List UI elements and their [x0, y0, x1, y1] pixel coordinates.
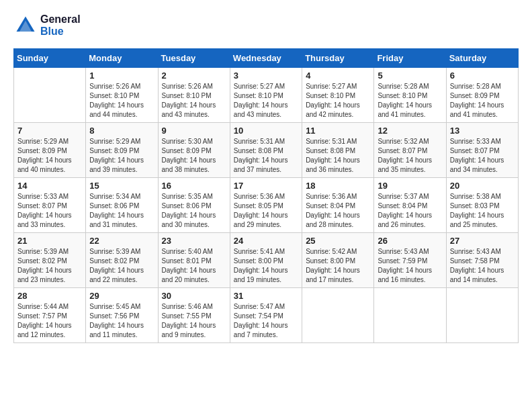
day-info: Sunrise: 5:43 AMSunset: 7:59 PMDaylight:… — [378, 247, 442, 285]
day-number: 28 — [17, 291, 82, 301]
calendar-cell: 4Sunrise: 5:27 AMSunset: 8:10 PMDaylight… — [302, 68, 374, 123]
day-number: 29 — [89, 291, 154, 301]
calendar-cell: 16Sunrise: 5:35 AMSunset: 8:06 PMDayligh… — [158, 178, 230, 233]
day-info: Sunrise: 5:34 AMSunset: 8:06 PMDaylight:… — [89, 192, 154, 230]
day-info: Sunrise: 5:31 AMSunset: 8:08 PMDaylight:… — [234, 137, 298, 175]
day-number: 20 — [450, 181, 515, 191]
calendar-cell: 12Sunrise: 5:32 AMSunset: 8:07 PMDayligh… — [374, 123, 446, 178]
calendar-week-row: 1Sunrise: 5:26 AMSunset: 8:10 PMDaylight… — [14, 68, 519, 123]
day-info: Sunrise: 5:36 AMSunset: 8:05 PMDaylight:… — [234, 192, 298, 230]
calendar-cell: 11Sunrise: 5:31 AMSunset: 8:08 PMDayligh… — [302, 123, 374, 178]
calendar-cell — [446, 288, 518, 343]
day-number: 4 — [306, 71, 370, 81]
day-number: 17 — [234, 181, 298, 191]
day-info: Sunrise: 5:30 AMSunset: 8:09 PMDaylight:… — [162, 137, 226, 175]
calendar-cell: 30Sunrise: 5:46 AMSunset: 7:55 PMDayligh… — [158, 288, 230, 343]
weekday-header-cell: Monday — [86, 49, 158, 68]
calendar-week-row: 21Sunrise: 5:39 AMSunset: 8:02 PMDayligh… — [14, 233, 519, 288]
calendar-body: 1Sunrise: 5:26 AMSunset: 8:10 PMDaylight… — [14, 68, 519, 343]
day-number: 1 — [89, 71, 154, 81]
day-number: 8 — [89, 126, 154, 136]
day-info: Sunrise: 5:36 AMSunset: 8:04 PMDaylight:… — [306, 192, 370, 230]
day-number: 23 — [162, 236, 226, 246]
calendar-cell: 6Sunrise: 5:28 AMSunset: 8:09 PMDaylight… — [446, 68, 518, 123]
calendar-cell: 7Sunrise: 5:29 AMSunset: 8:09 PMDaylight… — [14, 123, 86, 178]
day-info: Sunrise: 5:29 AMSunset: 8:09 PMDaylight:… — [17, 137, 82, 175]
calendar-cell: 2Sunrise: 5:26 AMSunset: 8:10 PMDaylight… — [158, 68, 230, 123]
day-number: 15 — [89, 181, 154, 191]
calendar-cell: 23Sunrise: 5:40 AMSunset: 8:01 PMDayligh… — [158, 233, 230, 288]
calendar-table: SundayMondayTuesdayWednesdayThursdayFrid… — [13, 48, 519, 343]
calendar-cell: 31Sunrise: 5:47 AMSunset: 7:54 PMDayligh… — [230, 288, 302, 343]
day-info: Sunrise: 5:33 AMSunset: 8:07 PMDaylight:… — [17, 192, 82, 230]
calendar-cell: 17Sunrise: 5:36 AMSunset: 8:05 PMDayligh… — [230, 178, 302, 233]
logo-icon — [13, 13, 38, 38]
day-number: 11 — [306, 126, 370, 136]
day-info: Sunrise: 5:29 AMSunset: 8:09 PMDaylight:… — [89, 137, 154, 175]
weekday-header-cell: Saturday — [446, 49, 518, 68]
calendar-cell: 25Sunrise: 5:42 AMSunset: 8:00 PMDayligh… — [302, 233, 374, 288]
day-number: 5 — [378, 71, 442, 81]
day-info: Sunrise: 5:32 AMSunset: 8:07 PMDaylight:… — [378, 137, 442, 175]
calendar-cell: 13Sunrise: 5:33 AMSunset: 8:07 PMDayligh… — [446, 123, 518, 178]
calendar-cell: 29Sunrise: 5:45 AMSunset: 7:56 PMDayligh… — [86, 288, 158, 343]
day-info: Sunrise: 5:39 AMSunset: 8:02 PMDaylight:… — [17, 247, 82, 285]
weekday-header-row: SundayMondayTuesdayWednesdayThursdayFrid… — [14, 49, 519, 68]
day-info: Sunrise: 5:28 AMSunset: 8:10 PMDaylight:… — [378, 82, 442, 120]
day-number: 27 — [450, 236, 515, 246]
calendar-cell: 22Sunrise: 5:39 AMSunset: 8:02 PMDayligh… — [86, 233, 158, 288]
calendar-week-row: 14Sunrise: 5:33 AMSunset: 8:07 PMDayligh… — [14, 178, 519, 233]
day-info: Sunrise: 5:43 AMSunset: 7:58 PMDaylight:… — [450, 247, 515, 285]
weekday-header-cell: Tuesday — [158, 49, 230, 68]
calendar-cell: 8Sunrise: 5:29 AMSunset: 8:09 PMDaylight… — [86, 123, 158, 178]
logo: General Blue — [13, 13, 81, 38]
weekday-header-cell: Wednesday — [230, 49, 302, 68]
day-info: Sunrise: 5:26 AMSunset: 8:10 PMDaylight:… — [162, 82, 226, 120]
calendar-cell — [374, 288, 446, 343]
calendar-cell: 19Sunrise: 5:37 AMSunset: 8:04 PMDayligh… — [374, 178, 446, 233]
calendar-cell: 15Sunrise: 5:34 AMSunset: 8:06 PMDayligh… — [86, 178, 158, 233]
day-info: Sunrise: 5:42 AMSunset: 8:00 PMDaylight:… — [306, 247, 370, 285]
day-number: 6 — [450, 71, 515, 81]
day-info: Sunrise: 5:27 AMSunset: 8:10 PMDaylight:… — [306, 82, 370, 120]
calendar-cell: 9Sunrise: 5:30 AMSunset: 8:09 PMDaylight… — [158, 123, 230, 178]
day-info: Sunrise: 5:41 AMSunset: 8:00 PMDaylight:… — [234, 247, 298, 285]
calendar-week-row: 7Sunrise: 5:29 AMSunset: 8:09 PMDaylight… — [14, 123, 519, 178]
day-info: Sunrise: 5:40 AMSunset: 8:01 PMDaylight:… — [162, 247, 226, 285]
weekday-header-cell: Friday — [374, 49, 446, 68]
day-info: Sunrise: 5:45 AMSunset: 7:56 PMDaylight:… — [89, 302, 154, 340]
page-header: General Blue — [13, 13, 519, 38]
day-number: 7 — [17, 126, 82, 136]
day-info: Sunrise: 5:26 AMSunset: 8:10 PMDaylight:… — [89, 82, 154, 120]
calendar-cell: 24Sunrise: 5:41 AMSunset: 8:00 PMDayligh… — [230, 233, 302, 288]
day-number: 30 — [162, 291, 226, 301]
day-number: 2 — [162, 71, 226, 81]
day-number: 18 — [306, 181, 370, 191]
day-number: 24 — [234, 236, 298, 246]
day-number: 14 — [17, 181, 82, 191]
day-number: 21 — [17, 236, 82, 246]
day-info: Sunrise: 5:38 AMSunset: 8:03 PMDaylight:… — [450, 192, 515, 230]
calendar-cell: 3Sunrise: 5:27 AMSunset: 8:10 PMDaylight… — [230, 68, 302, 123]
day-info: Sunrise: 5:37 AMSunset: 8:04 PMDaylight:… — [378, 192, 442, 230]
calendar-cell: 14Sunrise: 5:33 AMSunset: 8:07 PMDayligh… — [14, 178, 86, 233]
calendar-cell: 1Sunrise: 5:26 AMSunset: 8:10 PMDaylight… — [86, 68, 158, 123]
day-info: Sunrise: 5:39 AMSunset: 8:02 PMDaylight:… — [89, 247, 154, 285]
calendar-cell: 10Sunrise: 5:31 AMSunset: 8:08 PMDayligh… — [230, 123, 302, 178]
day-info: Sunrise: 5:31 AMSunset: 8:08 PMDaylight:… — [306, 137, 370, 175]
day-info: Sunrise: 5:35 AMSunset: 8:06 PMDaylight:… — [162, 192, 226, 230]
calendar-cell: 20Sunrise: 5:38 AMSunset: 8:03 PMDayligh… — [446, 178, 518, 233]
day-info: Sunrise: 5:47 AMSunset: 7:54 PMDaylight:… — [234, 302, 298, 340]
day-info: Sunrise: 5:46 AMSunset: 7:55 PMDaylight:… — [162, 302, 226, 340]
day-number: 26 — [378, 236, 442, 246]
day-info: Sunrise: 5:44 AMSunset: 7:57 PMDaylight:… — [17, 302, 82, 340]
calendar-week-row: 28Sunrise: 5:44 AMSunset: 7:57 PMDayligh… — [14, 288, 519, 343]
logo-text: General Blue — [40, 13, 81, 38]
weekday-header-cell: Sunday — [14, 49, 86, 68]
calendar-cell: 5Sunrise: 5:28 AMSunset: 8:10 PMDaylight… — [374, 68, 446, 123]
calendar-cell: 28Sunrise: 5:44 AMSunset: 7:57 PMDayligh… — [14, 288, 86, 343]
day-number: 31 — [234, 291, 298, 301]
day-number: 3 — [234, 71, 298, 81]
day-number: 22 — [89, 236, 154, 246]
day-number: 13 — [450, 126, 515, 136]
